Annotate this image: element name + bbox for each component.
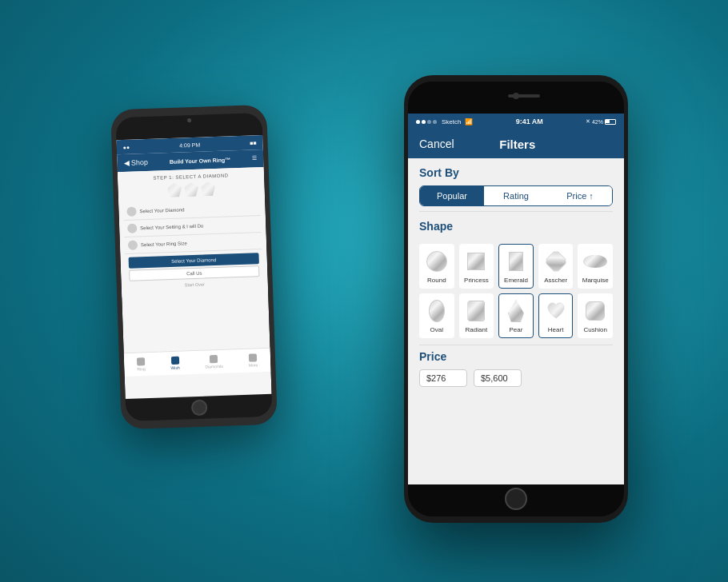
shape-radiant[interactable]: Radiant [459,293,494,338]
radiant-icon [463,298,489,324]
marquise-diamond [583,254,607,269]
status-time: 4:09 PM [179,142,200,148]
signal-dot-1 [416,120,420,124]
price-inputs: $276 $5,600 [419,369,613,387]
shape-princess[interactable]: Princess [459,244,494,289]
filters-title: Filters [499,138,535,151]
price-title: Price [419,350,613,363]
shape-pear[interactable]: Pear [498,293,534,338]
start-over-link[interactable]: Start Over [130,280,260,289]
oval-icon [424,298,450,324]
phone-front-home-button[interactable] [505,488,527,510]
bottom-nav-icon-3 [249,353,257,361]
heart-icon [543,298,569,324]
shape-round[interactable]: Round [419,244,454,289]
phone-back-camera [187,118,191,122]
phone-front-screen: Sketch 📶 9:41 AM ✕ 42% Cancel F [408,114,624,484]
shape-label-cushion: Cushion [584,326,607,333]
phone-back: ●● 4:09 PM ■■ ◀ Shop Build Your Own Ring… [110,105,278,430]
shape-cushion[interactable]: Cushion [578,293,613,338]
price-min-input[interactable]: $276 [419,369,467,387]
pear-icon [503,298,529,324]
shape-label-marquise: Marquise [582,277,609,284]
status-time: 9:41 AM [516,118,543,126]
round-icon [424,249,450,274]
shape-marquise[interactable]: Marquise [578,244,613,289]
princess-icon [463,249,489,274]
cushion-icon [582,298,608,324]
diamond-shape-2 [184,182,199,197]
bottom-nav-item-1[interactable]: Wish [170,357,180,370]
shapes-grid: Round Princess Emerald [408,244,624,345]
phone-back-screen: ●● 4:09 PM ■■ ◀ Shop Build Your Own Ring… [116,135,271,399]
menu-text-1: Select Your Diamond [139,207,184,213]
back-arrow-icon[interactable]: ◀ Shop [123,158,148,167]
marquise-icon [582,249,608,274]
shape-section: Shape [408,212,624,244]
price-max-input[interactable]: $5,600 [474,369,522,387]
nav-title: Build Your Own Ring™ [151,156,250,165]
sort-tab-popular[interactable]: Popular [420,186,484,205]
sort-by-section: Sort By Popular Rating Price ↑ [408,158,624,211]
x-icon: ✕ [586,118,590,125]
call-us-button[interactable]: Call Us [129,265,259,281]
sort-tab-price[interactable]: Price ↑ [548,186,612,205]
shape-label-pear: Pear [510,326,523,333]
bottom-nav-icon-2 [210,355,218,363]
bottom-nav-icon-1 [171,357,179,365]
bottom-nav-icon-0 [137,357,145,365]
diamond-shape-1 [167,182,182,197]
status-signals: ●● [123,144,130,149]
phone-front-status-bar: Sketch 📶 9:41 AM ✕ 42% [408,114,624,130]
menu-text-2: Select Your Setting & I will Do [140,224,203,231]
asscher-diamond [543,249,568,273]
shape-label-oval: Oval [430,326,443,333]
shape-title: Shape [419,220,613,233]
shape-label-princess: Princess [464,277,489,284]
phone-front-speaker [508,94,540,98]
menu-icon-3 [128,240,138,249]
emerald-diamond [509,252,523,271]
shape-label-round: Round [427,277,446,284]
shape-heart[interactable]: Heart [538,293,574,338]
price-section: Price $276 $5,600 [408,345,624,392]
oval-diamond [429,300,445,322]
carrier-label: Sketch [442,118,461,126]
bottom-nav-item-0[interactable]: Ring [137,357,146,371]
phone-back-bottom-nav: Ring Wish Diamonds More [124,348,271,377]
cancel-button[interactable]: Cancel [419,138,454,150]
scene: ●● 4:09 PM ■■ ◀ Shop Build Your Own Ring… [84,59,644,523]
signal-dot-2 [422,120,426,124]
bottom-nav-label-0: Ring [137,366,146,371]
filters-nav-header: Cancel Filters [408,130,624,158]
shape-label-asscher: Asscher [544,277,567,284]
shape-label-emerald: Emerald [504,277,528,284]
sort-tabs: Popular Rating Price ↑ [419,185,613,206]
diamond-shape-3 [201,181,216,197]
cushion-diamond [586,301,605,321]
phone-back-home-button[interactable] [190,400,207,417]
signal-dot-3 [427,120,431,124]
battery-pct: 42% [592,119,603,125]
menu-item-3[interactable]: Select Your Ring Size [125,233,262,254]
bottom-nav-label-2: Diamonds [205,364,223,369]
bottom-nav-label-1: Wish [170,365,179,370]
status-battery: ■■ [250,140,257,146]
sort-tab-rating[interactable]: Rating [484,186,548,205]
shape-asscher[interactable]: Asscher [538,244,574,289]
round-diamond [426,251,447,272]
sort-by-title: Sort By [419,166,613,179]
bottom-nav-item-2[interactable]: Diamonds [205,355,223,369]
emerald-icon [503,249,529,274]
asscher-icon [543,249,569,274]
phone-front: Sketch 📶 9:41 AM ✕ 42% Cancel F [404,75,628,523]
bottom-nav-item-3[interactable]: More [248,353,258,367]
menu-icon-2 [127,223,137,233]
menu-text-3: Select Your Ring Size [141,241,187,247]
pear-diamond [508,300,524,322]
shape-emerald[interactable]: Emerald [498,244,534,289]
menu-icon-1 [126,206,136,216]
nav-menu-icon[interactable]: ☰ [252,155,257,161]
wifi-icon: 📶 [465,118,473,126]
shape-oval[interactable]: Oval [419,293,454,338]
